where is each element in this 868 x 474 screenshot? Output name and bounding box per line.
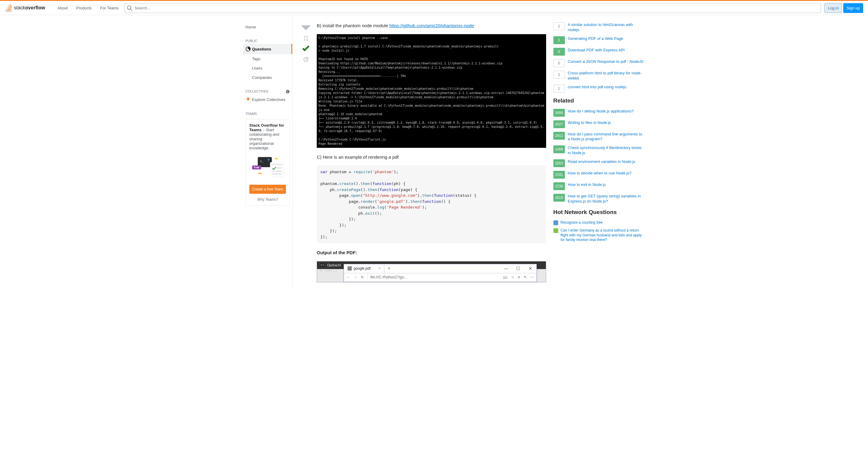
section-b-text: B) install the phantom node module	[317, 23, 389, 28]
linked-item: 0Download PDF with Express API	[553, 48, 644, 56]
info-icon[interactable]: i	[286, 89, 290, 94]
hnq-item: Recognize a counting tree	[553, 220, 644, 225]
nav-products[interactable]: Products	[72, 4, 95, 12]
teams-card: Stack Overflow for Teams – Start collabo…	[245, 119, 290, 206]
svg-rect-8	[276, 167, 282, 169]
phantom-github-link[interactable]: https://github.com/amir20/phantomjs-node	[389, 23, 474, 28]
svg-text:stackoverflow: stackoverflow	[14, 5, 45, 10]
linked-item: 1convert html into pdf using nodejs	[553, 85, 644, 92]
accepted-check-icon	[301, 43, 311, 54]
vote-badge: 1	[553, 71, 565, 79]
related-item: 2027Writing to files in Node.js	[553, 120, 644, 128]
explore-collectives-label: Explore Collectives	[252, 97, 286, 102]
nav-questions-label: Questions	[252, 47, 271, 51]
vote-badge: 2191	[553, 171, 565, 179]
related-question-link[interactable]: How to exit in Node.js	[568, 182, 606, 187]
linked-question-link[interactable]: Convert a JSON Response to pdf - NodeJS	[568, 59, 644, 64]
nav-home[interactable]: Home	[243, 22, 292, 32]
vote-badge: 1519	[553, 194, 565, 202]
svg-rect-9	[272, 171, 282, 172]
vote-badge: 1503	[553, 159, 565, 167]
related-item: 1469Check synchronously if file/director…	[553, 145, 644, 156]
linked-question-link[interactable]: Cross-platform html to pdf library for n…	[568, 71, 644, 81]
section-c-text: C) Here is an example of rendering a pdf	[317, 154, 546, 161]
nav-heading-teams: TEAMS	[243, 110, 292, 117]
downvote-icon[interactable]	[301, 22, 311, 33]
svg-text:?: ?	[268, 158, 270, 162]
nav-explore-collectives[interactable]: Explore Collectives	[243, 94, 292, 105]
vote-badge: 2911	[553, 132, 565, 140]
search-input[interactable]	[125, 3, 821, 13]
nav-heading-public: PUBLIC	[243, 36, 292, 44]
teams-illustration: >_ ? Free	[249, 154, 286, 181]
nav-about[interactable]: About	[54, 4, 71, 12]
hnq-link[interactable]: Can I enter Germany as a tourist without…	[561, 228, 644, 242]
related-heading: Related	[553, 97, 644, 104]
vote-badge: 0	[553, 48, 565, 56]
linked-question-link[interactable]: Download PDF with Express API	[568, 48, 625, 53]
nav-tags[interactable]: Tags	[243, 54, 292, 63]
hnq-link[interactable]: Recognize a counting tree	[561, 220, 602, 225]
left-sidebar: Home PUBLIC Questions Tags Users Compani…	[243, 15, 292, 290]
output-heading: Output of the PDF:	[317, 249, 546, 256]
site-icon	[553, 228, 558, 233]
logo[interactable]: stackoverflow	[5, 3, 50, 12]
nav-companies[interactable]: Companies	[243, 73, 292, 82]
terminal-screenshot: C:\Python27>npm install phantom --save >…	[317, 34, 546, 148]
related-question-link[interactable]: Read environment variables in Node.js	[568, 159, 635, 165]
nav-heading-collectives: COLLECTIVES i	[243, 87, 292, 94]
related-question-link[interactable]: How do I debug Node.js applications?	[568, 109, 634, 114]
star-burst-icon	[245, 97, 251, 102]
pdf-output-screenshot: C:\ Opdracht at node.js google.pdf ×	[317, 261, 546, 283]
hnq-item: Can I enter Germany as a tourist without…	[553, 228, 644, 242]
linked-question-link[interactable]: Generating PDF of a Web Page	[568, 36, 623, 41]
related-question-link[interactable]: Writing to files in Node.js	[568, 120, 611, 125]
why-teams-link[interactable]: Why Teams?	[249, 198, 286, 202]
linked-question-link[interactable]: A similar solution to html2canvas with n…	[568, 22, 644, 33]
svg-text:i: i	[287, 90, 288, 93]
vote-badge: 2027	[553, 120, 565, 128]
related-item: 1694How do I debug Node.js applications?	[553, 109, 644, 117]
related-item: 2911How do I pass command line arguments…	[553, 132, 644, 142]
related-question-link[interactable]: How to decide when to use Node.js?	[568, 171, 632, 176]
vote-badge: 0	[553, 59, 565, 67]
signup-button[interactable]: Sign up	[843, 3, 863, 13]
hot-network-list: Recognize a counting treeCan I enter Ger…	[553, 220, 644, 242]
login-button[interactable]: Log in	[825, 3, 842, 13]
search-wrap	[125, 3, 821, 13]
right-sidebar: 2A similar solution to html2canvas with …	[553, 22, 644, 283]
create-team-button[interactable]: Create a free Team	[249, 185, 286, 194]
nav-for-teams[interactable]: For Teams	[96, 4, 122, 12]
vote-badge: 1	[553, 36, 565, 44]
svg-text:>_: >_	[260, 159, 264, 162]
related-item: 2230How to exit in Node.js	[553, 182, 644, 190]
svg-rect-10	[272, 174, 282, 175]
bookmark-icon[interactable]	[303, 36, 309, 41]
linked-question-link[interactable]: convert html into pdf using nodejs	[568, 85, 626, 90]
vote-cell	[300, 22, 312, 283]
related-questions-list: 1694How do I debug Node.js applications?…	[553, 109, 644, 204]
svg-text:Free: Free	[254, 166, 259, 169]
vote-badge: 1694	[553, 109, 565, 117]
site-icon	[553, 220, 558, 225]
globe-icon	[245, 46, 251, 52]
svg-rect-7	[272, 164, 282, 165]
search-icon	[127, 5, 132, 11]
vote-badge: 2230	[553, 182, 565, 190]
related-question-link[interactable]: Check synchronously if file/directory ex…	[568, 145, 644, 156]
related-question-link[interactable]: How do I pass command line arguments to …	[568, 132, 644, 142]
nav-questions[interactable]: Questions	[243, 44, 292, 54]
svg-rect-13	[347, 266, 352, 271]
topbar: stackoverflow About Products For Teams L…	[0, 0, 868, 15]
answer-body: B) install the phantom node module https…	[317, 22, 546, 283]
top-nav: About Products For Teams	[54, 4, 122, 12]
related-item: 2191How to decide when to use Node.js?	[553, 171, 644, 179]
hnq-heading: Hot Network Questions	[553, 209, 644, 215]
linked-item: 2A similar solution to html2canvas with …	[553, 22, 644, 33]
history-icon[interactable]	[303, 57, 309, 62]
related-question-link[interactable]: How to get GET (query string) variables …	[568, 194, 644, 204]
linked-item: 1Generating PDF of a Web Page	[553, 36, 644, 44]
vote-badge: 1	[553, 85, 565, 92]
vote-badge: 2	[553, 22, 565, 30]
nav-users[interactable]: Users	[243, 63, 292, 73]
